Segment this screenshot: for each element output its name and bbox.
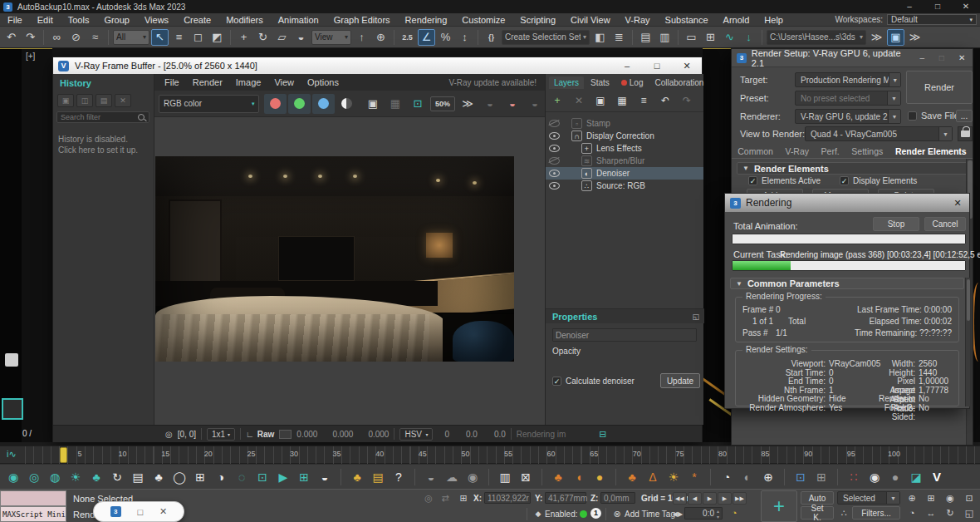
layer-name-field[interactable]: Denoiser bbox=[552, 328, 697, 342]
rendered-image[interactable] bbox=[155, 156, 514, 362]
rs-tab-render-elements[interactable]: Render Elements bbox=[895, 145, 967, 158]
vray-light-icon[interactable]: ◍ bbox=[46, 468, 64, 486]
plugin-tool-icon[interactable]: ⊞ bbox=[812, 468, 831, 486]
save-layer-tree-icon[interactable]: ▣ bbox=[592, 93, 609, 108]
rs-tab-v-ray[interactable]: V-Ray bbox=[785, 145, 809, 158]
select-object-icon[interactable]: ↖ bbox=[151, 29, 169, 46]
stop-render-teapot-icon[interactable]: ◒ bbox=[525, 94, 545, 114]
zoom-all-icon[interactable]: ⊞ bbox=[923, 491, 939, 505]
vray-plane-tree-icon[interactable]: ♣ bbox=[149, 468, 168, 486]
layer-row-denoiser[interactable]: ◐Denoiser bbox=[546, 167, 703, 180]
vray-logo-icon[interactable]: V bbox=[928, 468, 946, 486]
vfb-minimize-button[interactable]: – bbox=[612, 58, 642, 74]
schematic-view-icon[interactable]: ∿ bbox=[721, 29, 738, 46]
select-and-scale-icon[interactable]: ▱ bbox=[273, 29, 291, 46]
rectangular-selection-region-icon[interactable]: ◻ bbox=[189, 29, 207, 46]
angle-snap-toggle-icon[interactable]: ∠ bbox=[418, 29, 435, 46]
time-ruler[interactable]: 5101520253035404550556065707580859095100 bbox=[25, 446, 980, 465]
scatter-tree-icon[interactable]: ♣ bbox=[549, 468, 567, 486]
multi-dots-icon[interactable]: ∷ bbox=[845, 468, 863, 486]
vfb-canvas[interactable] bbox=[154, 117, 545, 425]
select-and-manipulate-icon[interactable]: ⊕ bbox=[372, 29, 390, 46]
x-coordinate-field[interactable]: 11032,922r bbox=[484, 492, 531, 504]
visibility-eye-icon[interactable] bbox=[549, 157, 560, 165]
zoom-level-icon[interactable]: 50% bbox=[430, 96, 455, 111]
sun-yellow-icon[interactable]: ☀ bbox=[664, 468, 683, 486]
rendering-scrollbar[interactable] bbox=[965, 278, 970, 406]
key-mode-toggle-icon[interactable]: ◀▶ bbox=[669, 507, 686, 520]
dark-sphere-icon[interactable]: ● bbox=[886, 468, 904, 486]
toggle-layer-explorer-icon[interactable]: ▥ bbox=[656, 29, 674, 46]
edit-named-selection-sets-icon[interactable]: {} bbox=[483, 29, 500, 46]
vray-viewport-ipr-icon[interactable]: ⊞ bbox=[295, 468, 313, 486]
star-orange-icon[interactable]: * bbox=[685, 468, 703, 486]
more-tools-chevron-icon[interactable]: ≫ bbox=[868, 29, 885, 46]
layers-undo-icon[interactable]: ↶ bbox=[657, 93, 674, 108]
restore-button[interactable]: □ bbox=[924, 0, 952, 13]
select-and-rotate-icon[interactable]: ↻ bbox=[254, 29, 272, 46]
vray-material-palette-icon[interactable]: ◑ bbox=[212, 468, 230, 486]
save-image-icon[interactable]: ▣ bbox=[363, 94, 383, 114]
create-layer-icon[interactable]: + bbox=[549, 93, 566, 108]
common-parameters-rollout[interactable]: ▼ Common Parameters bbox=[730, 278, 964, 289]
zoom-region-icon[interactable]: ⊡ bbox=[961, 491, 978, 505]
menu-civil-view[interactable]: Civil View bbox=[563, 13, 617, 27]
named-selection-set-dropdown[interactable]: Create Selection Set▾ bbox=[502, 30, 590, 45]
shield-icon[interactable]: ◆ bbox=[530, 507, 546, 520]
select-by-name-icon[interactable]: ≡ bbox=[170, 29, 188, 46]
load-layer-tree-icon[interactable]: ▦ bbox=[614, 93, 630, 108]
toggle-ribbon-icon[interactable]: ▭ bbox=[683, 29, 700, 46]
rendering-close-button[interactable]: ✕ bbox=[946, 198, 969, 209]
render-flyout-chevron-icon[interactable]: ≫ bbox=[906, 29, 924, 46]
hsv-dropdown[interactable]: HSV ▾ bbox=[399, 428, 433, 441]
history-ab-compare-icon[interactable]: ◫ bbox=[76, 94, 93, 107]
channel-dropdown[interactable]: RGB color ▾ bbox=[159, 95, 259, 113]
select-and-move-icon[interactable]: + bbox=[235, 29, 252, 46]
percent-snap-toggle-icon[interactable]: % bbox=[437, 29, 454, 46]
vfb-tab-log[interactable]: Log bbox=[616, 76, 649, 89]
menu-graph-editors[interactable]: Graph Editors bbox=[326, 13, 398, 27]
render-elements-rollout[interactable]: ▼ Render Elements bbox=[737, 162, 968, 175]
column-list-icon[interactable]: ▥ bbox=[496, 468, 514, 486]
undo-icon[interactable]: ↶ bbox=[2, 29, 20, 46]
wedge-tool-icon[interactable]: ◔ bbox=[718, 468, 736, 486]
delete-layer-icon[interactable]: ✕ bbox=[571, 93, 587, 108]
rs-maximize-button[interactable]: □ bbox=[932, 53, 951, 62]
vfb-titlebar[interactable]: V V-Ray Frame Buffer - [25.0% of 2560 x … bbox=[53, 57, 702, 74]
select-and-place-icon[interactable]: ◒ bbox=[292, 29, 310, 46]
menu-file[interactable]: File bbox=[0, 13, 30, 27]
viewport-corner-menu[interactable]: [+] bbox=[26, 52, 35, 61]
vray-sun-icon[interactable]: ☀ bbox=[66, 468, 85, 486]
spinner-icon[interactable]: ▴▾ bbox=[717, 508, 719, 520]
menu-arnold[interactable]: Arnold bbox=[716, 13, 757, 27]
play-animation-button[interactable]: ▶ bbox=[703, 492, 717, 505]
render-region-teapot-icon[interactable]: ◒ bbox=[502, 94, 522, 114]
vray-update-notice[interactable]: V-Ray update available! bbox=[448, 78, 537, 87]
calculate-denoiser-checkbox[interactable]: ✓ bbox=[552, 377, 561, 386]
maxscript-mini-listener[interactable]: MAXScript Mini bbox=[0, 506, 66, 522]
bind-to-space-warp-icon[interactable]: ≈ bbox=[86, 29, 104, 46]
stop-button[interactable]: Stop bbox=[873, 217, 919, 231]
layer-row-display-correction[interactable]: ∩Display Correction bbox=[546, 130, 703, 142]
display-elements-row[interactable]: ✓ Display Elements bbox=[840, 176, 917, 185]
camera-ball-icon[interactable]: ◉ bbox=[865, 468, 884, 486]
rendering-titlebar[interactable]: 3 Rendering ✕ bbox=[725, 194, 969, 212]
vray-render-teapot-icon[interactable]: ◒ bbox=[316, 468, 334, 486]
dome-light-orange-icon[interactable]: ◖ bbox=[570, 468, 588, 486]
elements-active-row[interactable]: ✓ Elements Active bbox=[748, 176, 821, 185]
key-filters-icon[interactable]: ∴ bbox=[835, 506, 852, 520]
save-file-row[interactable]: Save File bbox=[908, 111, 959, 121]
layer-row-source-rgb[interactable]: ∴Source: RGB bbox=[546, 180, 703, 192]
save-file-browse-button[interactable]: ... bbox=[956, 110, 973, 122]
menu-tools[interactable]: Tools bbox=[61, 13, 97, 27]
z-coordinate-field[interactable]: 0,0mm bbox=[600, 492, 635, 504]
curve-display-icon[interactable]: ∟ bbox=[246, 430, 254, 439]
time-configuration-icon[interactable]: ◔ bbox=[726, 506, 742, 520]
vray-proxy-tree-icon[interactable]: ♣ bbox=[87, 468, 105, 486]
go-to-start-button[interactable]: ◀◀ bbox=[673, 492, 687, 505]
zoom-icon[interactable]: ⊕ bbox=[904, 491, 920, 505]
layer-row-sharpen-blur[interactable]: ≋Sharpen/Blur bbox=[546, 155, 703, 167]
expand-log-icon[interactable]: ⊟ bbox=[599, 429, 606, 440]
vray-asset-browser-icon[interactable]: ▤ bbox=[129, 468, 147, 486]
menu-v-ray[interactable]: V-Ray bbox=[618, 13, 658, 27]
